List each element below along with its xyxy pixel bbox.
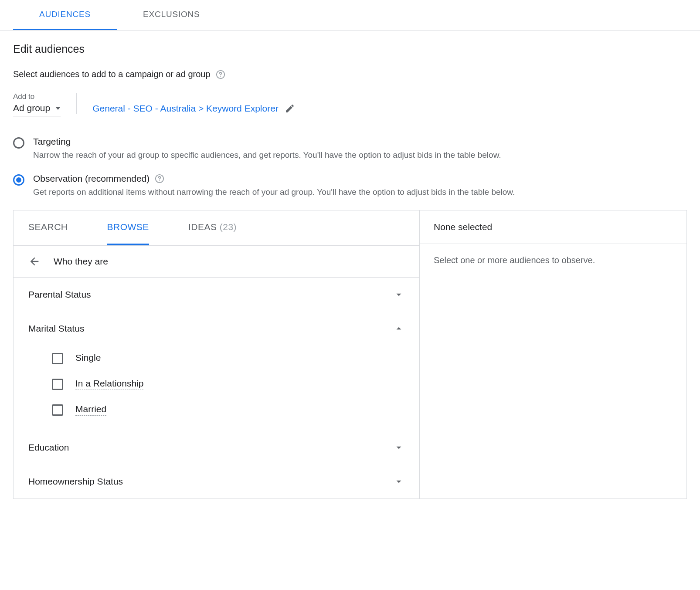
chevron-down-icon xyxy=(393,289,404,300)
checkbox[interactable] xyxy=(52,353,63,364)
selected-header: None selected xyxy=(420,210,686,244)
add-to-label: Add to xyxy=(13,92,61,101)
svg-point-3 xyxy=(160,180,160,180)
page-subtitle: Select audiences to add to a campaign or… xyxy=(13,69,211,79)
category-label: Homeownership Status xyxy=(28,476,123,487)
category-marital-status[interactable]: Marital Status xyxy=(14,312,419,346)
checkbox[interactable] xyxy=(52,379,63,390)
category-parental-status[interactable]: Parental Status xyxy=(14,278,419,312)
category-homeownership[interactable]: Homeownership Status xyxy=(14,465,419,498)
option-relationship[interactable]: In a Relationship xyxy=(52,371,404,397)
chevron-up-icon xyxy=(393,323,404,334)
help-icon[interactable] xyxy=(216,70,225,79)
radio-observation[interactable] xyxy=(13,174,24,186)
tab-browse[interactable]: BROWSE xyxy=(107,210,149,245)
tab-ideas[interactable]: IDEAS (23) xyxy=(188,210,237,245)
selected-hint: Select one or more audiences to observe. xyxy=(420,244,686,277)
category-education[interactable]: Education xyxy=(14,431,419,465)
radio-targeting-desc: Narrow the reach of your ad group to spe… xyxy=(33,149,687,161)
category-label: Education xyxy=(28,442,69,453)
breadcrumb-link[interactable]: General - SEO - Australia > Keyword Expl… xyxy=(92,103,279,114)
tab-search[interactable]: SEARCH xyxy=(28,210,68,245)
divider xyxy=(76,93,77,114)
page-title: Edit audiences xyxy=(13,43,687,55)
category-header: Who they are xyxy=(54,256,108,267)
category-label: Marital Status xyxy=(28,323,84,334)
tab-ideas-count: (23) xyxy=(220,222,237,232)
radio-observation-title: Observation (recommended) xyxy=(33,173,150,184)
option-label: Single xyxy=(75,353,101,364)
option-single[interactable]: Single xyxy=(52,346,404,371)
radio-targeting[interactable] xyxy=(13,137,24,149)
pencil-icon[interactable] xyxy=(285,103,295,114)
add-to-value: Ad group xyxy=(13,103,50,113)
tab-ideas-label: IDEAS xyxy=(188,222,217,232)
svg-point-1 xyxy=(220,76,221,76)
back-arrow-icon[interactable] xyxy=(28,255,41,268)
category-label: Parental Status xyxy=(28,289,91,300)
tab-audiences[interactable]: AUDIENCES xyxy=(13,0,117,30)
add-to-dropdown[interactable]: Ad group xyxy=(13,103,61,113)
tab-exclusions[interactable]: EXCLUSIONS xyxy=(117,0,226,30)
inner-tabs: SEARCH BROWSE IDEAS (23) xyxy=(14,210,419,246)
option-label: In a Relationship xyxy=(75,378,143,390)
chevron-down-icon xyxy=(393,476,404,487)
help-icon[interactable] xyxy=(155,174,164,183)
chevron-down-icon xyxy=(55,107,61,110)
radio-observation-desc: Get reports on additional items without … xyxy=(33,186,687,198)
option-married[interactable]: Married xyxy=(52,397,404,423)
top-tabs: AUDIENCES EXCLUSIONS xyxy=(0,0,700,31)
radio-targeting-title: Targeting xyxy=(33,136,687,147)
chevron-down-icon xyxy=(393,442,404,453)
checkbox[interactable] xyxy=(52,404,63,416)
option-label: Married xyxy=(75,404,106,416)
